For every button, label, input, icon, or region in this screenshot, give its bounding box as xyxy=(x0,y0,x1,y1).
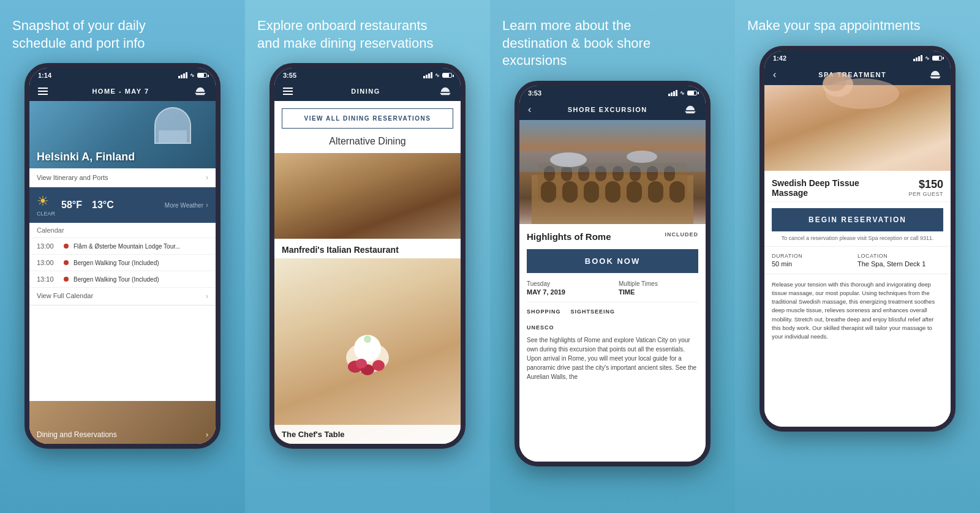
cal-text-1: Flåm & Østerbe Mountain Lodge Tour... xyxy=(74,243,208,250)
svg-rect-10 xyxy=(562,181,578,203)
spa-description: Release your tension with this thorough … xyxy=(764,274,951,348)
hamburger-icon[interactable] xyxy=(38,88,48,95)
battery-icon-4 xyxy=(932,56,942,61)
svg-rect-14 xyxy=(648,181,663,203)
back-arrow-4[interactable]: ‹ xyxy=(773,69,776,80)
meta-time: Multiple Times TIME xyxy=(619,280,698,296)
meta-time-value: TIME xyxy=(619,288,698,296)
phone-3: 3:53 ∿ ‹ SHORE EXCURSION xyxy=(514,81,710,466)
svg-rect-15 xyxy=(669,181,685,203)
spa-price-label: PER GUEST xyxy=(908,191,943,197)
nav-bar-1: HOME - MAY 7 xyxy=(29,81,216,101)
dome-decoration xyxy=(154,107,191,144)
phone-3-screen: 3:53 ∿ ‹ SHORE EXCURSION xyxy=(519,86,706,462)
excursion-meta: Tuesday MAY 7, 2019 Multiple Times TIME xyxy=(527,280,698,302)
restaurant-1-bg xyxy=(274,153,461,239)
nav-bar-2: DINING xyxy=(274,81,461,101)
more-weather-btn[interactable]: More Weather › xyxy=(165,201,208,209)
brand-logo-2 xyxy=(439,86,452,96)
calendar-item-1[interactable]: 13:00 Flåm & Østerbe Mountain Lodge Tour… xyxy=(29,238,216,255)
spa-location-label: LOCATION xyxy=(858,253,943,259)
meta-day: Tuesday MAY 7, 2019 xyxy=(527,280,606,296)
spa-price-amount: $150 xyxy=(908,178,943,191)
wifi-icon-2: ∿ xyxy=(435,72,440,78)
restaurant-1-name[interactable]: Manfredi's Italian Restaurant xyxy=(274,239,461,258)
status-bar-4: 1:42 ∿ xyxy=(764,51,951,64)
time-display-1: 1:14 xyxy=(38,72,51,79)
spa-location: LOCATION The Spa, Stern Deck 1 xyxy=(858,253,943,268)
phone-1-screen: 1:14 ∿ HOME - MAY 7 xyxy=(29,68,216,444)
chevron-right-weather: › xyxy=(206,201,208,209)
more-weather-label: More Weather xyxy=(165,202,203,209)
svg-rect-24 xyxy=(519,151,706,172)
hamburger-icon-2[interactable] xyxy=(283,88,293,95)
time-display-4: 1:42 xyxy=(773,54,786,62)
temp-fahrenheit: 58°F xyxy=(61,200,82,211)
sun-icon: ☀ xyxy=(37,193,49,209)
view-itinerary-row[interactable]: View Itinerary and Ports › xyxy=(29,168,216,187)
excursion-tags-row2: UNESCO xyxy=(527,321,698,332)
restaurant-2-image: The Chef's Table xyxy=(274,258,461,444)
svg-point-6 xyxy=(364,335,371,343)
svg-point-26 xyxy=(627,151,657,163)
phone-2: 3:55 ∿ DINING xyxy=(270,63,466,449)
dessert-illustration xyxy=(331,321,404,382)
phone-1: 1:14 ∿ HOME - MAY 7 xyxy=(24,63,221,449)
cal-dot-1 xyxy=(64,244,69,249)
spa-duration: DURATION 50 min xyxy=(772,253,858,268)
book-now-button[interactable]: BOOK NOW xyxy=(527,249,698,273)
calendar-item-3[interactable]: 13:10 Bergen Walking Tour (Included) xyxy=(29,271,216,288)
svg-rect-13 xyxy=(627,181,642,203)
colosseum-illustration xyxy=(519,151,706,224)
svg-rect-11 xyxy=(584,181,599,203)
wifi-icon: ∿ xyxy=(190,72,195,78)
status-icons-3: ∿ xyxy=(668,90,697,96)
status-bar-3: 3:53 ∿ xyxy=(519,86,706,99)
view-all-dining-btn[interactable]: VIEW ALL DINING RESERVATIONS xyxy=(282,108,453,129)
excursion-header: Highlights of Rome INCLUDED xyxy=(527,231,698,242)
panel-3-caption: Learn more about the destination & book … xyxy=(502,17,723,70)
spa-treatment-name: Swedish Deep Tissue Massage xyxy=(772,178,875,198)
battery-icon-3 xyxy=(687,91,697,95)
included-badge: INCLUDED xyxy=(665,231,699,238)
spa-header: Swedish Deep Tissue Massage $150 PER GUE… xyxy=(764,171,951,202)
signal-icon-4 xyxy=(913,55,922,61)
nav-title-1: HOME - MAY 7 xyxy=(92,88,149,95)
cal-time-3: 13:10 xyxy=(37,275,59,283)
spa-price-section: $150 PER GUEST xyxy=(908,178,943,197)
view-all-section: VIEW ALL DINING RESERVATIONS Alternative… xyxy=(274,101,461,153)
phone-4: 1:42 ∿ ‹ SPA TREATMENT xyxy=(760,46,956,432)
back-arrow-3[interactable]: ‹ xyxy=(528,104,531,115)
svg-point-5 xyxy=(356,359,367,369)
cal-time-1: 13:00 xyxy=(37,242,59,250)
chevron-right-icon: › xyxy=(206,173,208,182)
nav-title-3: SHORE EXCURSION xyxy=(568,106,647,113)
tag-sightseeing: SIGHTSEEING xyxy=(571,309,616,315)
excursion-hero-image xyxy=(519,120,706,224)
weather-section: ☀ CLEAR xyxy=(37,193,55,217)
view-full-calendar-row[interactable]: View Full Calendar › xyxy=(29,288,216,305)
restaurant-2-name[interactable]: The Chef's Table xyxy=(274,425,461,444)
signal-icon-2 xyxy=(423,72,432,78)
nav-bar-3: ‹ SHORE EXCURSION xyxy=(519,99,706,120)
begin-reservation-button[interactable]: BEGIN RESERVATION xyxy=(772,208,943,231)
temp-section: 58°F 13°C xyxy=(61,200,114,211)
brand-logo-1 xyxy=(194,86,207,96)
status-bar-2: 3:55 ∿ xyxy=(274,68,461,81)
panel-dining: Explore onboard restaurants and make din… xyxy=(245,0,490,513)
calendar-section: Calendar 13:00 Flåm & Østerbe Mountain L… xyxy=(29,223,216,401)
wifi-icon-4: ∿ xyxy=(925,55,930,61)
calendar-item-2[interactable]: 13:00 Bergen Walking Tour (Included) xyxy=(29,255,216,271)
panel-spa: Make your spa appointments 1:42 ∿ ‹ SPA … xyxy=(735,0,980,513)
cal-text-2: Bergen Walking Tour (Included) xyxy=(74,260,208,266)
status-icons-4: ∿ xyxy=(913,55,942,61)
cal-time-2: 13:00 xyxy=(37,259,59,266)
meta-time-label: Multiple Times xyxy=(619,280,698,287)
dining-section[interactable]: Dining and Reservations › xyxy=(29,401,216,444)
alt-dining-title: Alternative Dining xyxy=(274,136,461,147)
brand-logo-4 xyxy=(929,70,942,80)
cancel-notice: To cancel a reservation please visit Spa… xyxy=(764,235,951,247)
tag-shopping: SHOPPING xyxy=(527,309,561,315)
svg-point-25 xyxy=(550,152,587,167)
weather-condition: CLEAR xyxy=(37,211,55,217)
